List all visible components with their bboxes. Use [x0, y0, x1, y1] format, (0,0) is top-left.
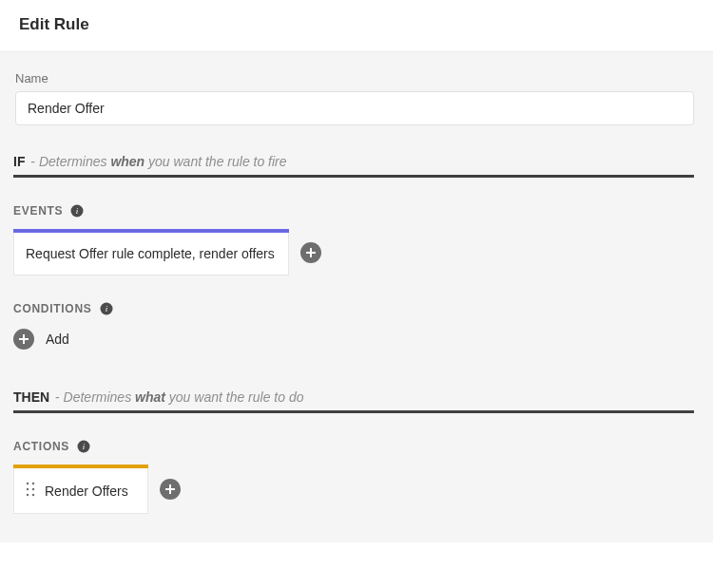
- svg-point-14: [27, 494, 29, 496]
- if-divider: [13, 175, 694, 178]
- conditions-heading: CONDITIONS i: [13, 302, 694, 315]
- svg-point-10: [27, 483, 29, 484]
- event-card[interactable]: Request Offer rule complete, render offe…: [13, 229, 289, 275]
- then-caption: THEN - Determines what you want the rule…: [13, 389, 694, 405]
- then-keyword: what: [135, 389, 165, 405]
- if-section: IF - Determines when you want the rule t…: [13, 154, 694, 178]
- actions-heading: ACTIONS i: [13, 440, 694, 453]
- if-post: you want the rule to fire: [145, 154, 286, 169]
- page-title: Edit Rule: [19, 15, 694, 34]
- add-condition-button[interactable]: Add: [13, 329, 694, 350]
- plus-icon: [305, 247, 317, 258]
- plus-icon-button: [13, 329, 34, 350]
- page-body: Name IF - Determines when you want the r…: [0, 52, 713, 542]
- add-action-button[interactable]: [160, 479, 181, 500]
- name-input[interactable]: [15, 91, 694, 125]
- info-icon[interactable]: i: [77, 440, 90, 453]
- then-pre: Determines: [64, 389, 135, 405]
- then-dash: -: [51, 389, 63, 405]
- if-lead: IF: [13, 154, 25, 169]
- svg-point-15: [32, 494, 34, 496]
- then-section: THEN - Determines what you want the rule…: [13, 389, 694, 413]
- if-pre: Determines: [39, 154, 110, 169]
- event-card-text: Request Offer rule complete, render offe…: [26, 246, 275, 261]
- svg-point-13: [32, 488, 34, 490]
- name-label: Name: [15, 71, 694, 85]
- if-keyword: when: [110, 154, 145, 169]
- page-header: Edit Rule: [0, 0, 713, 52]
- drag-handle-icon[interactable]: [26, 482, 35, 500]
- if-caption: IF - Determines when you want the rule t…: [13, 154, 694, 169]
- svg-point-12: [27, 488, 29, 490]
- add-event-button[interactable]: [300, 242, 321, 263]
- events-label: EVENTS: [13, 204, 63, 218]
- actions-row: Render Offers: [13, 465, 694, 514]
- plus-icon: [18, 333, 29, 345]
- then-post: you want the rule to do: [165, 389, 304, 405]
- events-heading: EVENTS i: [13, 204, 694, 218]
- actions-label: ACTIONS: [13, 440, 69, 453]
- info-icon[interactable]: i: [100, 302, 113, 315]
- svg-point-11: [32, 483, 34, 484]
- then-lead: THEN: [13, 389, 49, 405]
- then-divider: [13, 410, 694, 413]
- action-card-text: Render Offers: [45, 484, 128, 499]
- add-condition-label: Add: [46, 332, 69, 347]
- info-icon[interactable]: i: [70, 204, 84, 218]
- conditions-label: CONDITIONS: [13, 302, 92, 315]
- if-dash: -: [27, 154, 38, 169]
- plus-icon: [164, 484, 176, 495]
- action-card[interactable]: Render Offers: [13, 465, 148, 514]
- events-row: Request Offer rule complete, render offe…: [13, 229, 694, 275]
